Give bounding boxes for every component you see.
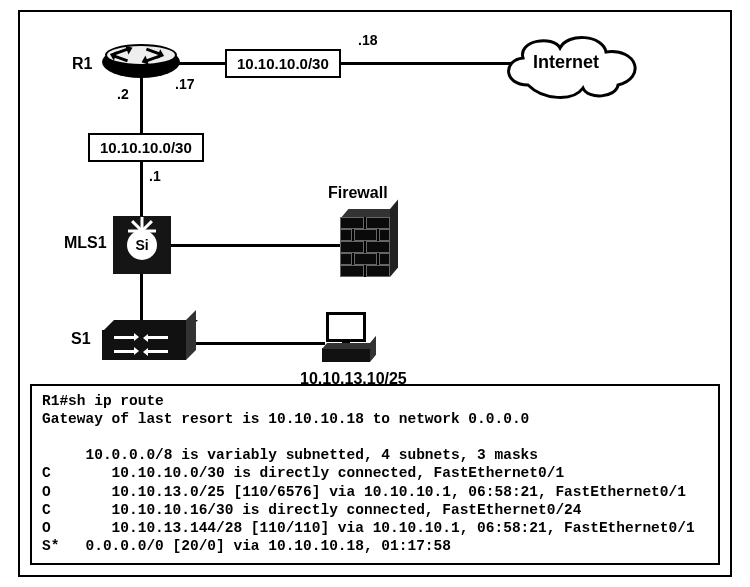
firewall-icon [340,217,390,277]
network-diagram: Internet .18 10.10.10.0/30 R1 .17 .2 10.… [20,12,730,412]
internet-ip-label: .18 [358,32,377,48]
cli-summary-line: 10.0.0.0/8 is variably subnetted, 4 subn… [42,447,538,463]
pc-icon [320,312,372,364]
cli-route-2: O 10.10.13.0/25 [110/6576] via 10.10.10.… [42,484,686,500]
r1-lan-ip: .2 [117,86,129,102]
mls1-label: MLS1 [64,234,107,252]
mls1-icon: Si [113,216,171,274]
cli-route-5: S* 0.0.0.0/0 [20/0] via 10.10.10.18, 01:… [42,538,451,554]
cli-route-1: C 10.10.10.0/30 is directly connected, F… [42,465,564,481]
cli-gateway-line: Gateway of last resort is 10.10.10.18 to… [42,411,529,427]
subnet-r1-internet: 10.10.10.0/30 [225,49,341,78]
r1-label: R1 [72,55,92,73]
cli-route-4: O 10.10.13.144/28 [110/110] via 10.10.10… [42,520,695,536]
s1-label: S1 [71,330,91,348]
cli-prompt-line: R1#sh ip route [42,393,164,409]
r1-wan-ip: .17 [175,76,194,92]
firewall-label: Firewall [328,184,388,202]
link-mls-firewall [170,244,360,247]
internet-label: Internet [533,52,599,73]
figure-frame: Internet .18 10.10.10.0/30 R1 .17 .2 10.… [18,10,732,577]
subnet-r1-mls: 10.10.10.0/30 [88,133,204,162]
cli-route-3: C 10.10.10.16/30 is directly connected, … [42,502,582,518]
router-r1-icon [102,44,180,80]
link-s1-pc [180,342,325,345]
switch-s1-icon [102,330,186,360]
cli-output-box: R1#sh ip route Gateway of last resort is… [30,384,720,565]
mls-uplink-ip: .1 [149,168,161,184]
